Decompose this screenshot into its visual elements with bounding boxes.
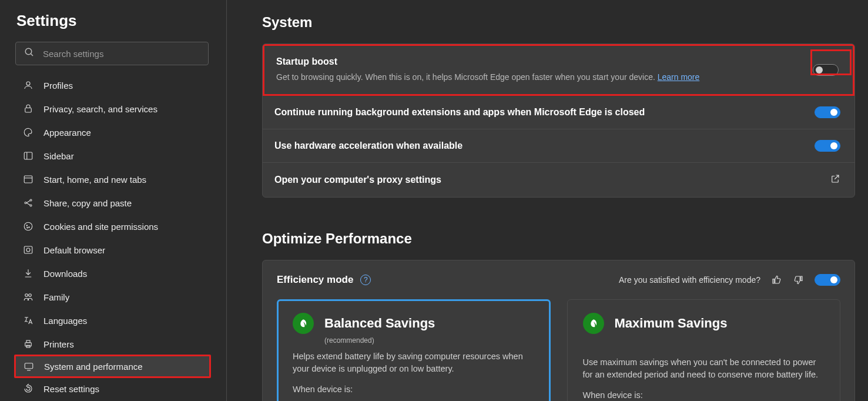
- language-icon: [22, 315, 34, 326]
- sidebar-item-reset[interactable]: Reset settings: [15, 377, 210, 400]
- sidebar-item-label: Printers: [43, 339, 74, 349]
- recommended-label: (recommended): [324, 336, 535, 345]
- leaf-icon: [583, 313, 604, 334]
- family-icon: [22, 291, 34, 303]
- sidebar-item-share[interactable]: Share, copy and paste: [15, 191, 210, 215]
- system-icon: [23, 360, 35, 372]
- sidebar-item-label: Downloads: [43, 269, 87, 279]
- sidebar-item-label: Reset settings: [43, 384, 99, 394]
- startup-boost-desc: Get to browsing quickly. When this is on…: [276, 72, 803, 83]
- svg-rect-19: [25, 343, 32, 346]
- svg-rect-3: [25, 108, 32, 113]
- sidebar-item-default-browser[interactable]: Default browser: [15, 238, 210, 262]
- main-content: System Startup boost Get to browsing qui…: [227, 0, 868, 401]
- nav-list: Profiles Privacy, search, and services A…: [0, 73, 226, 400]
- sidebar-item-label: Family: [43, 292, 69, 302]
- mode-cards: Balanced Savings (recommended) Helps ext…: [277, 299, 840, 401]
- sidebar-item-printers[interactable]: Printers: [15, 332, 210, 356]
- printer-icon: [22, 338, 34, 350]
- browser-icon: [22, 244, 34, 256]
- sidebar-icon: [22, 150, 34, 162]
- svg-point-13: [29, 227, 30, 228]
- settings-title: Settings: [0, 12, 226, 42]
- sidebar-item-cookies[interactable]: Cookies and site permissions: [15, 215, 210, 238]
- hw-accel-row: Use hardware acceleration when available: [263, 129, 854, 163]
- svg-rect-22: [25, 363, 33, 369]
- home-icon: [22, 173, 34, 185]
- sidebar-item-label: Start, home, and new tabs: [43, 175, 146, 185]
- sidebar-item-label: Share, copy and paste: [43, 198, 132, 208]
- maximum-title: Maximum Savings: [615, 316, 728, 331]
- sidebar-item-sidebar[interactable]: Sidebar: [15, 144, 210, 168]
- profile-icon: [22, 79, 34, 91]
- efficiency-toggle[interactable]: [815, 274, 840, 286]
- feedback-prompt: Are you satisfied with efficiency mode?: [619, 275, 760, 285]
- startup-boost-title: Startup boost: [276, 56, 803, 67]
- sidebar-item-label: Default browser: [43, 245, 105, 255]
- startup-boost-row: Startup boost Get to browsing quickly. W…: [263, 44, 854, 96]
- balanced-desc: Helps extend battery life by saving comp…: [293, 350, 535, 375]
- efficiency-header: Efficiency mode ? Are you satisfied with…: [277, 273, 840, 286]
- svg-rect-4: [24, 152, 32, 159]
- palette-icon: [22, 126, 34, 138]
- bg-extensions-toggle[interactable]: [815, 106, 840, 118]
- sidebar-item-appearance[interactable]: Appearance: [15, 121, 210, 144]
- sidebar-item-label: Cookies and site permissions: [43, 222, 158, 232]
- system-heading: System: [262, 14, 855, 31]
- sidebar-item-start[interactable]: Start, home, and new tabs: [15, 168, 210, 191]
- learn-more-link[interactable]: Learn more: [658, 72, 700, 82]
- sidebar-item-languages[interactable]: Languages: [15, 309, 210, 332]
- sidebar-item-system[interactable]: System and performance: [14, 355, 211, 378]
- lock-icon: [22, 103, 34, 115]
- search-input[interactable]: [43, 49, 200, 59]
- svg-point-14: [27, 228, 28, 229]
- svg-point-18: [29, 294, 32, 297]
- thumbs-up-icon[interactable]: [770, 273, 783, 286]
- sidebar-item-profiles[interactable]: Profiles: [15, 73, 210, 97]
- search-field-wrap[interactable]: [15, 42, 209, 65]
- cookie-icon: [22, 220, 34, 232]
- sidebar-item-privacy[interactable]: Privacy, search, and services: [15, 97, 210, 121]
- optimize-heading: Optimize Performance: [262, 230, 855, 247]
- highlight-box: [810, 49, 852, 75]
- svg-point-0: [25, 48, 32, 55]
- svg-rect-20: [26, 340, 30, 343]
- svg-point-16: [26, 248, 30, 252]
- svg-point-9: [30, 199, 32, 201]
- sidebar-item-label: Profiles: [43, 81, 73, 91]
- sidebar-item-label: Sidebar: [43, 151, 74, 161]
- thumbs-down-icon[interactable]: [792, 273, 805, 286]
- feedback-row: Are you satisfied with efficiency mode?: [619, 273, 840, 286]
- svg-point-12: [26, 225, 28, 226]
- svg-line-1: [31, 54, 33, 56]
- leaf-icon: [293, 313, 314, 334]
- maximum-savings-card[interactable]: Maximum Savings Use maximum savings when…: [567, 299, 841, 401]
- svg-point-10: [30, 205, 32, 206]
- bg-extensions-title: Continue running background extensions a…: [274, 107, 805, 118]
- svg-rect-15: [24, 246, 32, 253]
- download-icon: [22, 268, 34, 279]
- bg-extensions-row: Continue running background extensions a…: [263, 96, 854, 129]
- proxy-row[interactable]: Open your computer's proxy settings: [263, 163, 854, 197]
- sidebar-item-label: Languages: [43, 316, 87, 326]
- share-icon: [22, 197, 34, 209]
- help-icon[interactable]: ?: [360, 275, 371, 285]
- hw-accel-title: Use hardware acceleration when available: [274, 141, 805, 151]
- svg-point-17: [25, 294, 28, 297]
- search-icon: [24, 47, 35, 60]
- proxy-title: Open your computer's proxy settings: [274, 175, 820, 185]
- svg-point-11: [24, 222, 32, 230]
- system-card-group: Startup boost Get to browsing quickly. W…: [262, 44, 855, 198]
- maximum-desc: Use maximum savings when you can't be co…: [583, 356, 825, 381]
- optimize-card: Efficiency mode ? Are you satisfied with…: [262, 260, 855, 401]
- sidebar-item-label: Privacy, search, and services: [43, 104, 157, 114]
- balanced-savings-card[interactable]: Balanced Savings (recommended) Helps ext…: [277, 299, 551, 401]
- sidebar-item-label: Appearance: [43, 128, 91, 138]
- sidebar-item-downloads[interactable]: Downloads: [15, 262, 210, 285]
- svg-point-2: [26, 82, 30, 85]
- svg-rect-6: [24, 176, 32, 183]
- settings-sidebar: Settings Profiles Privacy, search, and s…: [0, 0, 227, 401]
- hw-accel-toggle[interactable]: [815, 140, 840, 152]
- external-link-icon: [830, 173, 840, 186]
- sidebar-item-family[interactable]: Family: [15, 285, 210, 309]
